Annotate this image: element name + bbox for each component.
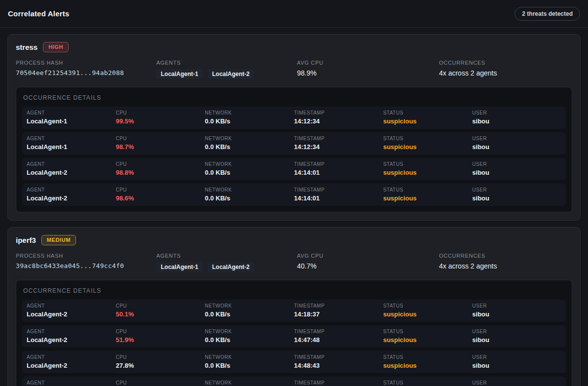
status-cell: STATUSsuspicious	[383, 380, 473, 386]
agent-cell: AGENTLocalAgent-2	[27, 161, 116, 176]
occurrence-row: AGENTLocalAgent-1 CPU98.7% NETWORK0.0 KB…	[22, 132, 566, 154]
occurrence-details-title: OCCURRENCE DETAILS	[23, 287, 566, 294]
avg-cpu-label: AVG CPU	[297, 253, 439, 259]
timestamp-cell: TIMESTAMP15:01:06	[294, 380, 383, 386]
threat-summary: PROCESS HASH 39ac8bc6433ea045...749cc4f0…	[16, 253, 572, 272]
agent-cell: AGENTLocalAgent-2	[27, 303, 116, 318]
timestamp-value: 14:47:48	[294, 336, 383, 344]
cpu-label: CPU	[116, 110, 205, 116]
agent-value: LocalAgent-2	[27, 310, 116, 318]
user-value: sibou	[472, 310, 561, 318]
agent-chip: LocalAgent-2	[208, 69, 254, 79]
user-value: sibou	[472, 169, 561, 176]
network-cell: NETWORK0.0 KB/s	[205, 303, 294, 318]
page-title: Correlated Alerts	[8, 9, 70, 18]
network-cell: NETWORK0.0 KB/s	[205, 187, 294, 202]
user-label: USER	[472, 161, 561, 167]
user-cell: USERsibou	[472, 329, 561, 344]
timestamp-cell: TIMESTAMP14:12:34	[294, 136, 383, 151]
agent-chip-list: LocalAgent-1 LocalAgent-2	[156, 262, 297, 272]
timestamp-cell: TIMESTAMP14:12:34	[294, 110, 383, 125]
cpu-label: CPU	[116, 161, 205, 167]
timestamp-label: TIMESTAMP	[294, 354, 383, 360]
network-cell: NETWORK0.0 KB/s	[205, 354, 294, 369]
process-hash-value: 70504eef21254391...94ab2088	[16, 69, 156, 77]
status-cell: STATUSsuspicious	[383, 187, 473, 202]
occurrence-row: AGENTLocalAgent-2 CPU27.8% NETWORK0.0 KB…	[22, 351, 566, 373]
occurrence-row: AGENTLocalAgent-2 CPU50.1% NETWORK0.0 KB…	[22, 300, 566, 322]
timestamp-value: 14:18:37	[294, 310, 383, 318]
agent-value: LocalAgent-2	[27, 362, 116, 369]
agent-label: AGENT	[27, 303, 116, 309]
user-cell: USERsibou	[472, 380, 561, 386]
timestamp-cell: TIMESTAMP14:47:48	[294, 329, 383, 344]
timestamp-label: TIMESTAMP	[294, 161, 383, 167]
user-value: sibou	[472, 117, 561, 125]
agent-label: AGENT	[27, 187, 116, 193]
agents-label: AGENTS	[156, 60, 297, 66]
agent-label: AGENT	[27, 354, 116, 360]
top-bar: Correlated Alerts 2 threats detected	[0, 0, 588, 28]
status-cell: STATUSsuspicious	[383, 161, 473, 176]
agent-chip-list: LocalAgent-1 LocalAgent-2	[156, 69, 297, 79]
cpu-label: CPU	[116, 187, 205, 193]
avg-cpu-field: AVG CPU 98.9%	[297, 60, 439, 79]
network-label: NETWORK	[205, 354, 294, 360]
status-label: STATUS	[383, 329, 473, 334]
agents-label: AGENTS	[156, 253, 297, 259]
occurrence-row: AGENTLocalAgent-1 CPU99.5% NETWORK0.0 KB…	[22, 107, 566, 129]
status-label: STATUS	[383, 380, 473, 386]
timestamp-value: 14:14:01	[294, 169, 383, 176]
occurrence-row: AGENTLocalAgent-2 CPU98.6% NETWORK0.0 KB…	[22, 184, 566, 206]
network-cell: NETWORK0.0 KB/s	[205, 380, 294, 386]
user-label: USER	[472, 329, 561, 334]
cpu-label: CPU	[116, 354, 205, 360]
network-label: NETWORK	[205, 136, 294, 141]
cpu-cell: CPU99.5%	[116, 110, 205, 125]
timestamp-label: TIMESTAMP	[294, 329, 383, 334]
agent-value: LocalAgent-2	[27, 194, 116, 202]
agent-chip: LocalAgent-1	[156, 262, 203, 272]
avg-cpu-value: 40.7%	[297, 262, 439, 270]
status-value: suspicious	[383, 117, 473, 125]
network-value: 0.0 KB/s	[205, 362, 294, 369]
cpu-cell: CPU33.0%	[116, 380, 205, 386]
network-label: NETWORK	[205, 380, 294, 386]
occurrences-field: OCCURRENCES 4x across 2 agents	[439, 253, 572, 272]
cpu-cell: CPU98.7%	[116, 136, 205, 151]
network-cell: NETWORK0.0 KB/s	[205, 161, 294, 176]
occurrence-details-title: OCCURRENCE DETAILS	[23, 94, 566, 101]
status-cell: STATUSsuspicious	[383, 136, 473, 151]
agent-label: AGENT	[27, 161, 116, 167]
threat-count-badge: 2 threats detected	[514, 7, 580, 21]
network-value: 0.0 KB/s	[205, 194, 294, 202]
agent-chip: LocalAgent-1	[156, 69, 203, 79]
occurrence-row: AGENTLocalAgent-2 CPU98.8% NETWORK0.0 KB…	[22, 158, 566, 180]
status-label: STATUS	[383, 303, 473, 309]
status-cell: STATUSsuspicious	[383, 303, 473, 318]
user-label: USER	[472, 354, 561, 360]
threat-summary: PROCESS HASH 70504eef21254391...94ab2088…	[16, 60, 572, 79]
network-value: 0.0 KB/s	[205, 310, 294, 318]
status-value: suspicious	[383, 143, 473, 151]
status-value: suspicious	[383, 362, 473, 369]
status-label: STATUS	[383, 354, 473, 360]
process-name: stress	[16, 43, 37, 51]
agent-value: LocalAgent-2	[27, 336, 116, 344]
timestamp-label: TIMESTAMP	[294, 136, 383, 141]
severity-badge: HIGH	[43, 42, 69, 52]
network-value: 0.0 KB/s	[205, 169, 294, 176]
user-label: USER	[472, 303, 561, 309]
agent-value: LocalAgent-2	[27, 169, 116, 176]
user-cell: USERsibou	[472, 354, 561, 369]
cpu-cell: CPU27.8%	[116, 354, 205, 369]
occurrence-details-panel: OCCURRENCE DETAILS AGENTLocalAgent-2 CPU…	[16, 280, 572, 386]
status-value: suspicious	[383, 310, 473, 318]
agent-cell: AGENTLocalAgent-2	[27, 354, 116, 369]
cpu-label: CPU	[116, 380, 205, 386]
timestamp-value: 14:12:34	[294, 117, 383, 125]
cpu-cell: CPU50.1%	[116, 303, 205, 318]
agent-cell: AGENTLocalAgent-2	[27, 187, 116, 202]
user-label: USER	[472, 380, 561, 386]
process-hash-value: 39ac8bc6433ea045...749cc4f0	[16, 262, 156, 270]
